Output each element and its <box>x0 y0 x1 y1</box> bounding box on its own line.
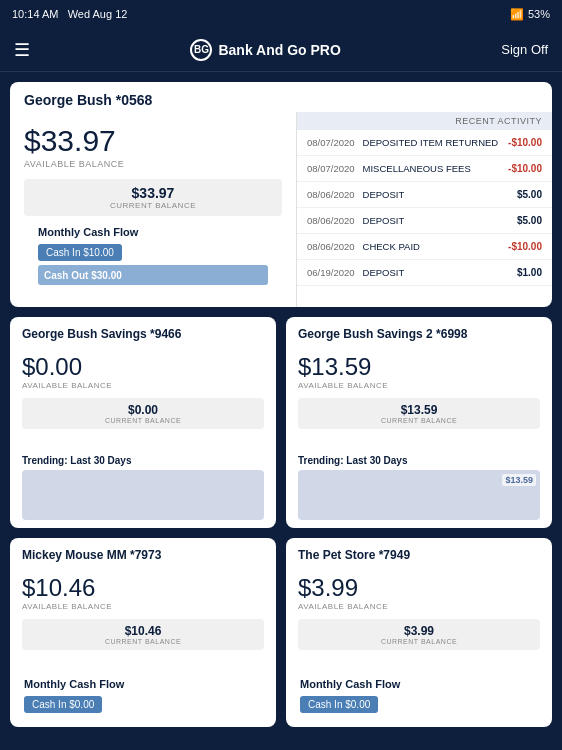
tx-date: 06/19/2020 <box>307 267 355 278</box>
mm-cashin-label: Cash In $0.00 <box>24 696 102 713</box>
checking-account-card[interactable]: George Bush *0568 $33.97 AVAILABLE BALAN… <box>10 82 552 307</box>
savings1-name: George Bush Savings *9466 <box>10 317 276 343</box>
tx-desc: DEPOSIT <box>363 267 405 278</box>
savings2-current-box: $13.59 CURRENT BALANCE <box>298 398 540 429</box>
petstore-cashflow: Monthly Cash Flow Cash In $0.00 <box>286 668 552 727</box>
mm-current-box: $10.46 CURRENT BALANCE <box>22 619 264 650</box>
bottom-accounts-grid: Mickey Mouse MM *7973 $10.46 AVAILABLE B… <box>10 538 552 727</box>
battery-indicator: 53% <box>528 8 550 20</box>
petstore-cashin-label: Cash In $0.00 <box>300 696 378 713</box>
app-name: Bank And Go PRO <box>218 42 340 58</box>
tx-amount: -$10.00 <box>508 241 542 252</box>
savings1-trending-title: Trending: Last 30 Days <box>22 455 264 466</box>
mm-card[interactable]: Mickey Mouse MM *7973 $10.46 AVAILABLE B… <box>10 538 276 727</box>
mm-name: Mickey Mouse MM *7973 <box>10 538 276 564</box>
tx-amount: $5.00 <box>517 215 542 226</box>
app-header: ☰ BG Bank And Go PRO Sign Off <box>0 28 562 72</box>
status-bar: 10:14 AM Wed Aug 12 📶 53% <box>0 0 562 28</box>
cash-out-label: Cash Out $30.00 <box>44 270 122 281</box>
tx-desc: DEPOSITED ITEM RETURNED <box>363 137 499 148</box>
table-row[interactable]: 06/19/2020 DEPOSIT $1.00 <box>297 260 552 286</box>
recent-activity-header: RECENT ACTIVITY <box>297 112 552 130</box>
petstore-balance-label: AVAILABLE BALANCE <box>298 602 540 611</box>
table-row[interactable]: 08/07/2020 DEPOSITED ITEM RETURNED -$10.… <box>297 130 552 156</box>
sign-off-button[interactable]: Sign Off <box>501 42 548 57</box>
tx-date: 08/06/2020 <box>307 215 355 226</box>
petstore-name: The Pet Store *7949 <box>286 538 552 564</box>
tx-desc: CHECK PAID <box>363 241 420 252</box>
table-row[interactable]: 08/07/2020 MISCELLANEOUS FEES -$10.00 <box>297 156 552 182</box>
savings2-current-label: CURRENT BALANCE <box>306 417 532 424</box>
current-balance-amount: $33.97 <box>34 185 272 201</box>
savings2-trending-title: Trending: Last 30 Days <box>298 455 540 466</box>
checking-account-name: George Bush *0568 <box>10 82 552 112</box>
cash-in-label: Cash In $10.00 <box>38 244 122 261</box>
status-time: 10:14 AM Wed Aug 12 <box>12 8 127 20</box>
status-indicators: 📶 53% <box>510 8 550 21</box>
cash-in-bar: Cash In $10.00 <box>38 244 268 261</box>
petstore-inner: $3.99 AVAILABLE BALANCE $3.99 CURRENT BA… <box>286 564 552 668</box>
cash-out-bar: Cash Out $30.00 <box>38 265 268 285</box>
petstore-current-amount: $3.99 <box>306 624 532 638</box>
petstore-current-box: $3.99 CURRENT BALANCE <box>298 619 540 650</box>
tx-amount: -$10.00 <box>508 137 542 148</box>
savings2-trending-box: $13.59 <box>298 470 540 520</box>
savings2-card[interactable]: George Bush Savings 2 *6998 $13.59 AVAIL… <box>286 317 552 528</box>
available-balance-amount: $33.97 <box>24 124 282 157</box>
table-row[interactable]: 08/06/2020 DEPOSIT $5.00 <box>297 208 552 234</box>
mm-cashin-bar: Cash In $0.00 <box>24 696 262 713</box>
card-main-layout: $33.97 AVAILABLE BALANCE $33.97 CURRENT … <box>10 112 552 307</box>
savings1-current-label: CURRENT BALANCE <box>30 417 256 424</box>
mm-current-label: CURRENT BALANCE <box>30 638 256 645</box>
petstore-balance: $3.99 <box>298 574 540 602</box>
table-row[interactable]: 08/06/2020 DEPOSIT $5.00 <box>297 182 552 208</box>
savings1-card[interactable]: George Bush Savings *9466 $0.00 AVAILABL… <box>10 317 276 528</box>
wifi-icon: 📶 <box>510 8 524 21</box>
tx-date: 08/06/2020 <box>307 189 355 200</box>
tx-amount: -$10.00 <box>508 163 542 174</box>
table-row[interactable]: 08/06/2020 CHECK PAID -$10.00 <box>297 234 552 260</box>
mm-balance-label: AVAILABLE BALANCE <box>22 602 264 611</box>
available-balance-label: AVAILABLE BALANCE <box>24 159 282 169</box>
header-center: BG Bank And Go PRO <box>190 39 340 61</box>
tx-amount: $5.00 <box>517 189 542 200</box>
savings1-balance-label: AVAILABLE BALANCE <box>22 381 264 390</box>
tx-date: 08/06/2020 <box>307 241 355 252</box>
savings1-balance: $0.00 <box>22 353 264 381</box>
mm-cashflow-title: Monthly Cash Flow <box>24 678 262 690</box>
savings1-inner: $0.00 AVAILABLE BALANCE $0.00 CURRENT BA… <box>10 343 276 447</box>
petstore-current-label: CURRENT BALANCE <box>306 638 532 645</box>
mm-balance: $10.46 <box>22 574 264 602</box>
savings2-current-amount: $13.59 <box>306 403 532 417</box>
cash-flow-section: Monthly Cash Flow Cash In $10.00 Cash Ou… <box>24 216 282 295</box>
savings2-balance-label: AVAILABLE BALANCE <box>298 381 540 390</box>
card-left-section: $33.97 AVAILABLE BALANCE $33.97 CURRENT … <box>10 112 297 307</box>
savings2-inner: $13.59 AVAILABLE BALANCE $13.59 CURRENT … <box>286 343 552 447</box>
savings2-balance: $13.59 <box>298 353 540 381</box>
savings1-trending-box <box>22 470 264 520</box>
menu-icon[interactable]: ☰ <box>14 39 30 61</box>
tx-amount: $1.00 <box>517 267 542 278</box>
tx-desc: MISCELLANEOUS FEES <box>363 163 471 174</box>
savings1-current-box: $0.00 CURRENT BALANCE <box>22 398 264 429</box>
savings2-trending-value: $13.59 <box>502 474 536 486</box>
savings2-name: George Bush Savings 2 *6998 <box>286 317 552 343</box>
current-balance-box: $33.97 CURRENT BALANCE <box>24 179 282 216</box>
recent-activity-section: RECENT ACTIVITY 08/07/2020 DEPOSITED ITE… <box>297 112 552 307</box>
savings2-trending: Trending: Last 30 Days $13.59 <box>286 447 552 528</box>
transactions-list: 08/07/2020 DEPOSITED ITEM RETURNED -$10.… <box>297 130 552 286</box>
savings1-current-amount: $0.00 <box>30 403 256 417</box>
cash-flow-title: Monthly Cash Flow <box>38 226 268 238</box>
savings-accounts-grid: George Bush Savings *9466 $0.00 AVAILABL… <box>10 317 552 528</box>
tx-desc: DEPOSIT <box>363 189 405 200</box>
petstore-cashin-bar: Cash In $0.00 <box>300 696 538 713</box>
app-logo: BG <box>190 39 212 61</box>
petstore-cashflow-title: Monthly Cash Flow <box>300 678 538 690</box>
mm-inner: $10.46 AVAILABLE BALANCE $10.46 CURRENT … <box>10 564 276 668</box>
mm-cashflow: Monthly Cash Flow Cash In $0.00 <box>10 668 276 727</box>
main-content: George Bush *0568 $33.97 AVAILABLE BALAN… <box>0 72 562 737</box>
tx-date: 08/07/2020 <box>307 137 355 148</box>
tx-date: 08/07/2020 <box>307 163 355 174</box>
petstore-card[interactable]: The Pet Store *7949 $3.99 AVAILABLE BALA… <box>286 538 552 727</box>
mm-current-amount: $10.46 <box>30 624 256 638</box>
